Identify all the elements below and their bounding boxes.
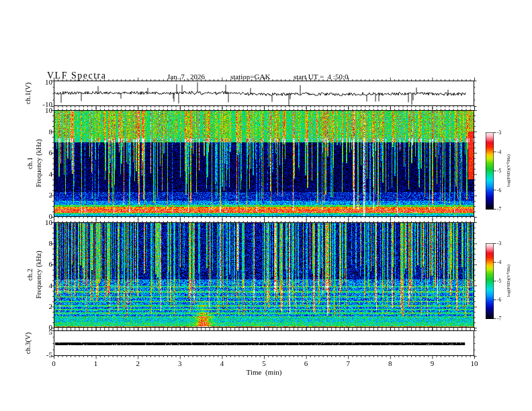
figure-title: VLF Spectra [47,71,106,81]
date-label: Jan. 7 , 2026 [167,73,205,81]
x-tick-label: 8 [388,359,392,367]
x-tick-label: 4 [220,359,224,367]
ch1-spec-ytick-label: 6 [49,148,53,156]
ch2-spec-channel-label: ch.2 [26,269,34,281]
station-label: station=GAK [230,73,270,81]
x-tick-label: 10 [471,359,478,367]
colorbar2-tick-label: -3 [497,240,501,246]
colorbar1-psd-label: log(PSD)(V²/Hz) [506,154,511,187]
x-tick-label: 3 [178,359,182,367]
colorbar1-tick-label: -7 [497,206,501,212]
ch2-spec-ytick-label: 10 [45,218,52,226]
ch1-spec-frequency-axis-label: Frequency (kHz) [35,139,42,187]
colorbar1-tick-label: -5 [497,168,501,174]
ch1-spec-ytick-label: 8 [49,128,53,136]
start-ut-label: start UT = 4 :50:0 [294,73,348,81]
x-tick-label: 9 [431,359,435,367]
time-axis-label: Time (min) [247,368,282,376]
x-tick-label: 6 [304,359,308,367]
x-tick-label: 1 [94,359,98,367]
colorbar1-tick-label: -6 [497,187,501,193]
x-tick-label: 0 [52,359,56,367]
ch1-wave-ytick-label: 10 [45,78,52,86]
colorbar1-tick-label: -4 [497,148,501,154]
ch1-spec-ytick-label: 10 [45,106,52,114]
ch2-spec-frequency-axis-label: Frequency (kHz) [35,250,42,298]
ch3-wave-ytick-label: 5 [49,328,53,336]
x-tick-label: 2 [136,359,140,367]
colorbar2-tick-label: -4 [497,259,501,265]
ch1-spec-channel-label: ch.1 [26,157,34,169]
ch2-spec-ytick-label: 2 [49,302,53,310]
ch3-wave-ytick-label: -5 [46,351,52,359]
ch2-spec-ytick-label: 8 [49,239,53,247]
figure-canvas [0,0,532,411]
vlf-spectra-figure: VLF Spectra Jan. 7 , 2026 station=GAK st… [0,0,532,411]
colorbar1-tick-label: -3 [497,130,501,136]
colorbar2-psd-label: log(PSD)(V²/Hz) [506,265,511,297]
ch1-spec-ytick-label: 4 [49,170,53,178]
ch1-spec-ytick-label: 2 [49,191,53,199]
ch2-spec-ytick-label: 6 [49,260,53,268]
ch3-voltage-axis-label: ch.3(V) [24,332,32,354]
colorbar2-tick-label: -7 [497,316,501,322]
x-tick-label: 5 [262,359,266,367]
colorbar2-tick-label: -5 [497,278,501,284]
x-tick-label: 7 [346,359,350,367]
ch2-spec-ytick-label: 4 [49,281,53,289]
colorbar2-tick-label: -6 [497,297,501,303]
ch1-voltage-axis-label: ch.1(V) [24,83,32,104]
